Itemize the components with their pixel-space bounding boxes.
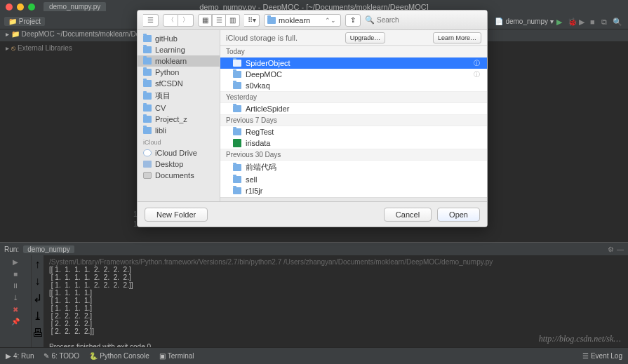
run-tab-label: Run:	[4, 245, 19, 253]
bottom-tab-todo[interactable]: ✎ 6: TODO	[44, 352, 79, 360]
banner-text: iCloud storage is full.	[226, 34, 298, 42]
event-log[interactable]: ☰ Event Log	[582, 352, 622, 360]
file-row-qianduan[interactable]: 前端代码	[220, 161, 487, 174]
path-label: moklearn	[279, 16, 310, 25]
documents-icon	[143, 172, 152, 179]
bottom-tab-pyconsole[interactable]: 🐍 Python Console	[89, 352, 149, 360]
search-input[interactable]	[377, 16, 481, 24]
down-icon[interactable]: ↓	[35, 275, 41, 288]
sidebar-item-project[interactable]: 项目	[138, 89, 220, 102]
dialog-sidebar: gitHub Learning moklearn Python sfCSDN 项…	[138, 30, 220, 201]
scroll-icon[interactable]: ⤓	[33, 309, 42, 323]
bottom-tab-run[interactable]: ▶ 4: Run	[6, 352, 34, 360]
list-view-icon[interactable]: ☰	[212, 14, 226, 27]
editor-tab[interactable]: demo_numpy.py	[44, 2, 106, 11]
file-pane: iCloud storage is full. Upgrade… Learn M…	[220, 30, 487, 201]
upgrade-button[interactable]: Upgrade…	[345, 32, 386, 43]
sidebar-section-icloud: iCloud	[138, 136, 220, 147]
info-icon[interactable]: ⓘ	[474, 59, 480, 68]
file-row-centos[interactable]: centos7.3.ovaⓘ	[220, 196, 487, 197]
file-row-spiderobject[interactable]: SpiderObjectⓘ	[220, 58, 487, 69]
kill-icon[interactable]: ✖	[11, 306, 20, 314]
file-row-r1l5jr[interactable]: r1l5jr	[220, 185, 487, 196]
run-config-name[interactable]: demo_numpy	[23, 245, 74, 253]
minimize-icon[interactable]	[17, 4, 24, 11]
column-view-icon[interactable]: ▥	[226, 14, 240, 27]
cloud-icon	[143, 149, 152, 156]
file-row-deepmoc[interactable]: DeepMOCⓘ	[220, 69, 487, 80]
spreadsheet-icon	[233, 139, 241, 147]
sidebar-item-sfcsdn[interactable]: sfCSDN	[138, 78, 220, 89]
debug-icon[interactable]: 🐞	[568, 18, 576, 26]
run-icon[interactable]: ▶	[556, 18, 565, 26]
minimize-panel-icon[interactable]: —	[617, 245, 624, 253]
section-yesterday: Yesterday	[220, 91, 487, 103]
search-field[interactable]: 🔍	[365, 15, 481, 25]
run-tool-window: Run: demo_numpy ⚙ — ▶ ■ ⏸ ⤓ ✖ 📌 ↑ ↓ ↲ ⤓ …	[0, 242, 628, 347]
magnifier-icon: 🔍	[365, 15, 375, 25]
up-icon[interactable]: ↑	[35, 258, 41, 271]
stop-icon[interactable]: ■	[590, 18, 599, 26]
tab-label: demo_numpy.py	[49, 3, 100, 11]
file-row-sell[interactable]: sell	[220, 174, 487, 185]
settings-icon[interactable]: ⚙	[608, 245, 614, 253]
dialog-toolbar: ☰ 〈 〉 ▦ ☰ ▥ ⠿▾ moklearn ⌃⌄ ⇪ 🔍	[138, 11, 487, 30]
section-prev30: Previous 30 Days	[220, 149, 487, 161]
run-config-selector[interactable]: 📄 demo_numpy ▾	[495, 18, 554, 25]
rerun-icon[interactable]: ▶	[11, 258, 20, 266]
status-bar: ▶ 4: Run ✎ 6: TODO 🐍 Python Console ▣ Te…	[0, 347, 628, 364]
dump-icon[interactable]: ⤓	[11, 294, 20, 302]
layout-icon[interactable]: ⧉	[601, 18, 610, 26]
print-icon[interactable]: 🖶	[32, 327, 44, 339]
file-row-regtest[interactable]: RegTest	[220, 126, 487, 137]
sidebar-item-moklearn[interactable]: moklearn	[138, 55, 220, 67]
pause-icon[interactable]: ⏸	[11, 282, 20, 290]
sidebar-toggle-icon[interactable]: ☰	[143, 14, 159, 27]
sidebar-item-iclouddrive[interactable]: iCloud Drive	[138, 147, 220, 159]
sidebar-item-projectz[interactable]: Project_z	[138, 114, 220, 125]
wrap-icon[interactable]: ↲	[33, 292, 42, 305]
stop-run-icon[interactable]: ■	[11, 270, 20, 278]
window-controls	[6, 4, 35, 11]
file-row-irisdata[interactable]: irisdata	[220, 137, 487, 149]
sidebar-item-python[interactable]: Python	[138, 67, 220, 78]
close-icon[interactable]	[6, 4, 13, 11]
file-row-articlespider[interactable]: ArticleSpider	[220, 103, 487, 114]
learn-more-button[interactable]: Learn More…	[433, 32, 481, 43]
project-tool-button[interactable]: 📁 Project	[4, 17, 45, 26]
new-folder-button[interactable]: New Folder	[145, 208, 208, 222]
path-popup[interactable]: moklearn ⌃⌄	[264, 14, 341, 27]
pin-icon[interactable]: 📌	[11, 318, 20, 325]
folder-icon	[267, 17, 276, 24]
file-row-s0vkaq[interactable]: s0vkaq	[220, 80, 487, 91]
dialog-footer: New Folder Cancel Open	[138, 201, 487, 227]
back-button[interactable]: 〈	[163, 14, 178, 27]
open-button[interactable]: Open	[437, 208, 480, 222]
sidebar-item-learning[interactable]: Learning	[138, 44, 220, 55]
sidebar-item-documents[interactable]: Documents	[138, 170, 220, 181]
sidebar-item-cv[interactable]: CV	[138, 102, 220, 114]
run-gutter: ▶ ■ ⏸ ⤓ ✖ 📌	[0, 255, 31, 347]
watermark: http://blog.csdn.net/sk…	[539, 334, 621, 344]
forward-button[interactable]: 〉	[178, 14, 194, 27]
search-icon[interactable]: 🔍	[613, 18, 621, 26]
cancel-button[interactable]: Cancel	[384, 208, 432, 222]
share-icon[interactable]: ⇪	[345, 14, 361, 27]
sidebar-item-desktop[interactable]: Desktop	[138, 159, 220, 170]
coverage-icon[interactable]: ▶	[579, 18, 587, 26]
chevron-up-down-icon: ⌃⌄	[325, 17, 336, 24]
icon-view-icon[interactable]: ▦	[198, 14, 212, 27]
sidebar-item-libli[interactable]: libli	[138, 125, 220, 136]
zoom-icon[interactable]	[28, 4, 35, 11]
file-list[interactable]: Today SpiderObjectⓘ DeepMOCⓘ s0vkaq Yest…	[220, 46, 487, 197]
section-today: Today	[220, 46, 487, 58]
icloud-banner: iCloud storage is full. Upgrade… Learn M…	[220, 30, 487, 46]
section-prev7: Previous 7 Days	[220, 114, 487, 126]
group-icon[interactable]: ⠿▾	[244, 14, 260, 27]
sidebar-item-githup[interactable]: gitHub	[138, 33, 220, 44]
desktop-icon	[143, 161, 152, 168]
open-file-dialog: ☰ 〈 〉 ▦ ☰ ▥ ⠿▾ moklearn ⌃⌄ ⇪ 🔍 gitHub Le…	[137, 10, 488, 227]
bottom-tab-terminal[interactable]: ▣ Terminal	[159, 352, 194, 360]
